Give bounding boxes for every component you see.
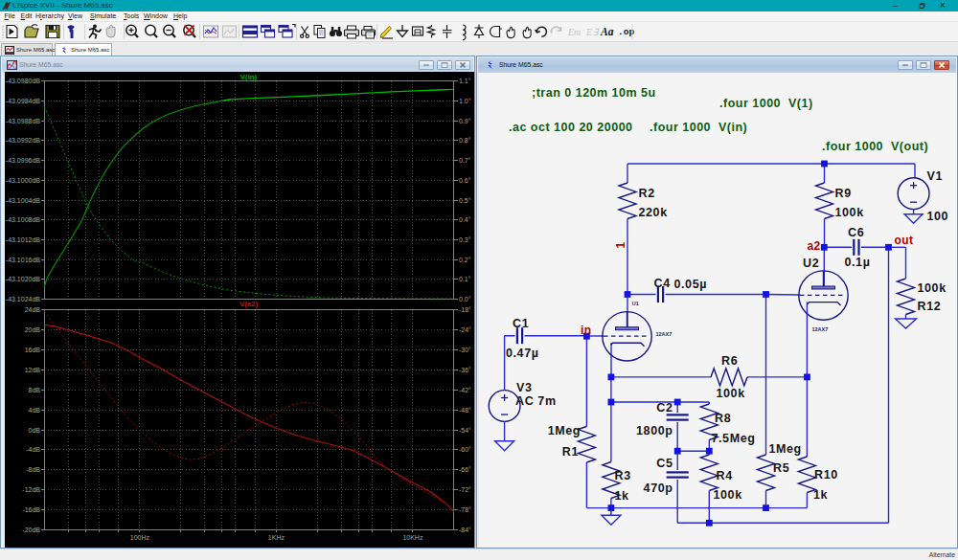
svg-text:1.0°: 1.0° — [459, 98, 471, 104]
svg-text:1k: 1k — [813, 487, 828, 501]
svg-text:R6: R6 — [721, 354, 738, 368]
svg-text:1k: 1k — [615, 489, 629, 503]
svg-text:100k: 100k — [835, 205, 864, 218]
svg-text:100k: 100k — [714, 487, 742, 501]
svg-text:100k: 100k — [918, 281, 947, 295]
svg-text:-12dB: -12dB — [22, 486, 40, 493]
svg-text:0.2°: 0.2° — [459, 257, 471, 263]
svg-text:.four 1000 V(1): .four 1000 V(1) — [719, 97, 813, 110]
svg-text:24dB: 24dB — [24, 306, 40, 313]
svg-text:-84°: -84° — [459, 526, 471, 533]
svg-text:C2: C2 — [656, 400, 673, 414]
svg-text:10KHz: 10KHz — [402, 534, 423, 541]
svg-text:R4: R4 — [717, 468, 733, 482]
svg-text:0.4°: 0.4° — [459, 216, 471, 223]
svg-text:1800p: 1800p — [636, 424, 673, 437]
svg-text:V(a2): V(a2) — [239, 300, 257, 308]
svg-text:-60°: -60° — [459, 446, 471, 453]
svg-text:-4dB: -4dB — [26, 446, 40, 453]
svg-text:.four 1000 V(in): .four 1000 V(in) — [650, 121, 747, 134]
svg-text:V1: V1 — [927, 168, 944, 182]
svg-text:0.05µ: 0.05µ — [674, 277, 708, 290]
svg-text:C5: C5 — [656, 457, 673, 470]
svg-text:-36°: -36° — [459, 367, 471, 373]
svg-text:0.7°: 0.7° — [459, 157, 471, 164]
svg-text:C6: C6 — [848, 225, 864, 238]
svg-text:-43.1016dB: -43.1016dB — [5, 257, 40, 263]
svg-text:0.47µ: 0.47µ — [506, 346, 539, 359]
svg-text:8dB: 8dB — [28, 387, 40, 393]
svg-text:R10: R10 — [814, 467, 838, 481]
svg-text:-72°: -72° — [459, 486, 471, 493]
svg-text:U2: U2 — [803, 256, 819, 269]
svg-text:a2: a2 — [808, 239, 821, 253]
svg-text:0.1°: 0.1° — [459, 276, 471, 282]
svg-text:12AX7: 12AX7 — [656, 330, 673, 336]
svg-text:20dB: 20dB — [24, 326, 40, 333]
svg-text:-16dB: -16dB — [22, 506, 40, 513]
svg-text:0.3°: 0.3° — [459, 236, 471, 243]
svg-text:-66°: -66° — [459, 466, 471, 473]
svg-text:100k: 100k — [717, 386, 745, 399]
svg-text:-43.0996dB: -43.0996dB — [5, 157, 40, 164]
svg-text:1: 1 — [614, 241, 627, 248]
svg-text:0.0°: 0.0° — [459, 296, 471, 302]
svg-text:-8dB: -8dB — [26, 466, 40, 473]
svg-text:1.1°: 1.1° — [459, 78, 471, 84]
svg-text:4dB: 4dB — [28, 407, 40, 414]
svg-text:V(in): V(in) — [240, 73, 257, 81]
svg-text:Aa: Aa — [600, 26, 614, 37]
svg-text:;tran 0 120m 10m 5u: ;tran 0 120m 10m 5u — [532, 86, 656, 100]
svg-text:-20dB: -20dB — [22, 526, 40, 533]
svg-text:R5: R5 — [773, 460, 789, 474]
svg-text:-43.1004dB: -43.1004dB — [5, 197, 40, 204]
svg-text:100: 100 — [927, 209, 949, 222]
svg-text:-54°: -54° — [459, 427, 471, 434]
svg-text:E∃: E∃ — [585, 27, 600, 37]
svg-text:-48°: -48° — [459, 407, 471, 414]
svg-text:Em: Em — [567, 27, 581, 37]
svg-text:-43.1012dB: -43.1012dB — [5, 236, 40, 243]
svg-text:1Meg: 1Meg — [548, 423, 581, 437]
svg-text:.ac oct 100 20 20000: .ac oct 100 20 20000 — [509, 121, 633, 134]
svg-text:V3: V3 — [516, 380, 533, 393]
svg-text:-42°: -42° — [459, 387, 471, 393]
svg-text:16dB: 16dB — [24, 347, 40, 353]
svg-text:100Hz: 100Hz — [129, 534, 149, 541]
svg-text:-43.1020dB: -43.1020dB — [5, 276, 40, 282]
svg-text:C4: C4 — [654, 276, 671, 289]
svg-text:-43.1024dB: -43.1024dB — [5, 296, 40, 302]
svg-text:R12: R12 — [918, 300, 942, 313]
svg-text:12dB: 12dB — [24, 367, 40, 373]
svg-text:-43.0988dB: -43.0988dB — [5, 118, 40, 124]
svg-text:470p: 470p — [644, 482, 673, 495]
svg-text:-78°: -78° — [459, 506, 471, 513]
svg-text:-43.0984dB: -43.0984dB — [5, 98, 40, 104]
svg-text:0.6°: 0.6° — [459, 177, 471, 184]
svg-text:220k: 220k — [639, 205, 668, 218]
svg-text:R3: R3 — [615, 468, 631, 482]
svg-text:0.1µ: 0.1µ — [845, 255, 871, 268]
svg-text:-43.0980dB: -43.0980dB — [5, 78, 40, 84]
svg-text:in: in — [581, 323, 591, 336]
svg-text:0.8°: 0.8° — [459, 138, 471, 145]
svg-text:0dB: 0dB — [28, 427, 40, 434]
svg-text:-18°: -18° — [459, 306, 471, 313]
svg-text:-30°: -30° — [459, 347, 471, 353]
svg-text:R8: R8 — [715, 411, 731, 424]
svg-text:-43.1008dB: -43.1008dB — [5, 216, 40, 223]
svg-text:C1: C1 — [513, 316, 529, 329]
svg-text:U1: U1 — [632, 301, 639, 306]
svg-text:AC 7m: AC 7m — [515, 394, 557, 408]
svg-text:1Meg: 1Meg — [769, 441, 802, 455]
svg-text:0.5°: 0.5° — [459, 197, 471, 204]
svg-text:R1: R1 — [562, 444, 579, 458]
svg-text:-43.1000dB: -43.1000dB — [5, 177, 40, 184]
svg-text:-24°: -24° — [459, 326, 471, 333]
svg-text:7.5Meg: 7.5Meg — [712, 432, 756, 445]
svg-text:out: out — [895, 234, 914, 247]
svg-text:R2: R2 — [639, 187, 655, 200]
svg-text:0.9°: 0.9° — [459, 118, 471, 124]
svg-text:.four 1000 V(out): .four 1000 V(out) — [822, 140, 928, 153]
svg-text:1KHz: 1KHz — [267, 534, 285, 541]
